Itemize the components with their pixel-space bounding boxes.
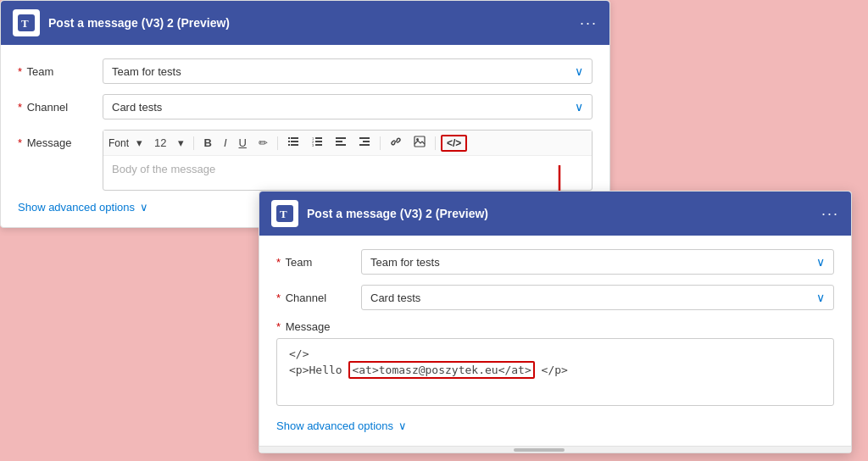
chevron-down-icon-channel-front: ∨ [816, 291, 825, 304]
font-size-dropdown-icon[interactable]: ▾ [174, 135, 188, 151]
required-star-channel: * [18, 101, 22, 114]
svg-rect-20 [415, 136, 425, 147]
divider-4 [435, 136, 436, 150]
code-content-line: <p>Hello <at>tomasz@poszytek.eu</at> </p… [289, 364, 821, 376]
chevron-down-icon-channel-back: ∨ [575, 100, 583, 114]
channel-dropdown-front[interactable]: Card tests ∨ [361, 285, 834, 310]
align-right-button[interactable] [354, 134, 375, 152]
image-button[interactable] [409, 134, 430, 152]
font-dropdown-icon[interactable]: ▾ [132, 135, 147, 151]
editor-toolbar-back: Font ▾ 12 ▾ B I U ✏ 123 [103, 131, 592, 156]
svg-text:T: T [280, 208, 287, 220]
chevron-down-icon-team-back: ∨ [575, 64, 583, 78]
svg-rect-17 [359, 137, 370, 139]
team-dropdown-front[interactable]: Team for tests ∨ [361, 249, 834, 275]
team-row-back: * Team Team for tests ∨ [18, 58, 593, 84]
font-size-btn[interactable]: 12 [150, 135, 170, 151]
teams-icon-back: T [13, 9, 40, 36]
svg-point-21 [416, 138, 419, 141]
svg-rect-18 [363, 141, 370, 142]
team-row-front: * Team Team for tests ∨ [276, 249, 834, 275]
italic-button[interactable]: I [220, 135, 231, 151]
svg-rect-5 [291, 141, 298, 142]
required-star-team-front: * [276, 256, 281, 269]
card-front-header: T Post a message (V3) 2 (Preview) ··· [259, 192, 851, 236]
message-label-row-front: * Message [276, 320, 834, 333]
svg-rect-15 [336, 141, 342, 142]
channel-row-front: * Channel Card tests ∨ [276, 285, 834, 310]
svg-rect-9 [315, 137, 322, 139]
team-label-front: * Team [276, 256, 361, 269]
card-front-dots[interactable]: ··· [821, 205, 839, 223]
channel-row-back: * Channel Card tests ∨ [18, 94, 593, 119]
card-front: T Post a message (V3) 2 (Preview) ··· * … [259, 191, 852, 453]
code-view-area-front[interactable]: </> <p>Hello <at>tomasz@poszytek.eu</at>… [276, 338, 834, 406]
numbered-list-button[interactable]: 123 [307, 134, 327, 152]
message-editor-back: Font ▾ 12 ▾ B I U ✏ 123 [103, 130, 593, 191]
svg-rect-2 [288, 137, 290, 139]
svg-rect-19 [359, 144, 370, 146]
chevron-down-icon-advanced-front: ∨ [398, 419, 407, 432]
message-row-back: * Message Font ▾ 12 ▾ B I U ✏ [18, 130, 593, 191]
channel-label-front: * Channel [276, 292, 361, 304]
code-highlighted-text: <at>tomasz@poszytek.eu</at> [348, 361, 534, 379]
required-star-channel-front: * [276, 292, 281, 304]
svg-rect-13 [315, 144, 322, 146]
chevron-down-icon-advanced-back: ∨ [140, 201, 148, 214]
bold-button[interactable]: B [199, 135, 215, 151]
required-star-msg-front: * [276, 320, 281, 333]
highlight-button[interactable]: ✏ [254, 135, 272, 151]
required-star: * [18, 65, 22, 78]
link-button[interactable] [386, 134, 406, 152]
teams-icon-front: T [271, 200, 298, 227]
team-label-back: * Team [18, 65, 103, 78]
svg-rect-4 [288, 141, 290, 142]
message-label-back: * Message [18, 130, 103, 149]
divider-1 [193, 136, 194, 150]
required-star-msg: * [18, 136, 22, 149]
message-body-back[interactable]: Body of the message [103, 156, 592, 190]
divider-3 [380, 136, 381, 150]
scrollbar-area[interactable] [259, 446, 851, 453]
align-left-button[interactable] [331, 134, 351, 152]
code-view-button-back[interactable]: </> [441, 135, 467, 152]
svg-rect-6 [288, 144, 290, 146]
channel-label-back: * Channel [18, 101, 103, 114]
show-advanced-front[interactable]: Show advanced options ∨ [276, 419, 834, 432]
scrollbar-thumb [514, 448, 565, 452]
card-back-header-left: T Post a message (V3) 2 (Preview) [13, 9, 230, 36]
underline-button[interactable]: U [235, 135, 251, 151]
bullet-list-button[interactable] [283, 134, 303, 152]
channel-dropdown-back[interactable]: Card tests ∨ [103, 94, 593, 119]
svg-rect-7 [291, 144, 298, 146]
card-back-dots[interactable]: ··· [580, 14, 598, 32]
svg-rect-11 [315, 141, 322, 142]
card-front-title: Post a message (V3) 2 (Preview) [307, 207, 488, 220]
chevron-down-icon-team-front: ∨ [816, 255, 825, 269]
svg-rect-14 [336, 137, 346, 139]
svg-rect-16 [336, 144, 346, 146]
svg-text:T: T [21, 17, 29, 30]
svg-text:3: 3 [312, 143, 314, 147]
card-front-body: * Team Team for tests ∨ * Channel Card t… [259, 236, 851, 446]
code-tag-line: </> [289, 347, 821, 360]
team-dropdown-back[interactable]: Team for tests ∨ [103, 58, 593, 84]
card-front-header-left: T Post a message (V3) 2 (Preview) [271, 200, 488, 227]
divider-2 [277, 136, 278, 150]
card-back-title: Post a message (V3) 2 (Preview) [48, 16, 230, 30]
font-select[interactable]: Font [108, 137, 129, 149]
card-back-header: T Post a message (V3) 2 (Preview) ··· [1, 1, 609, 45]
svg-rect-3 [291, 137, 298, 139]
